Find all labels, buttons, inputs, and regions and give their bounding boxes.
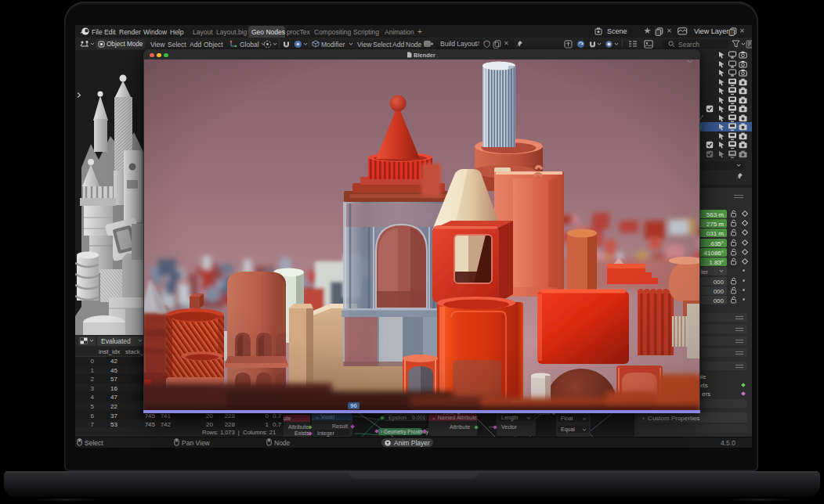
svg-text:90: 90: [350, 402, 356, 409]
